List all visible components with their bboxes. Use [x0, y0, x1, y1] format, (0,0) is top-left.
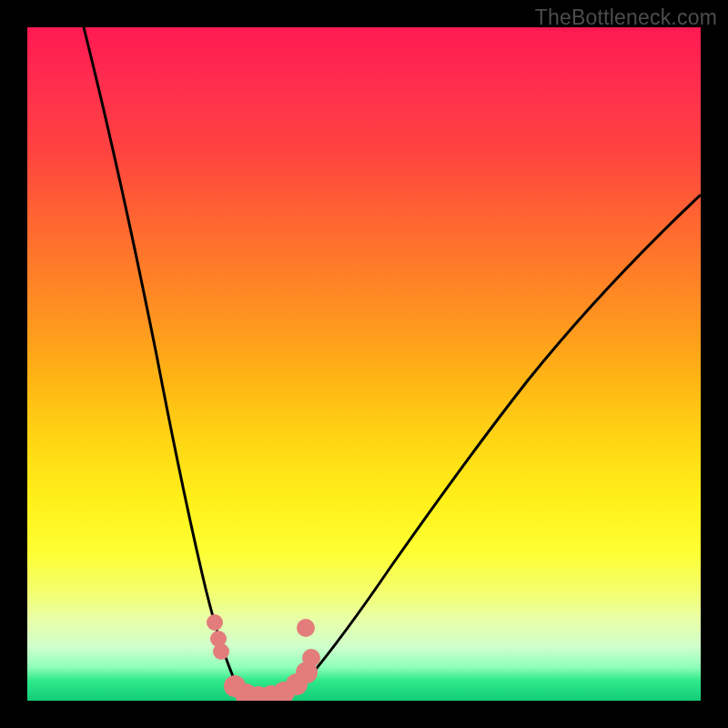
trough-marker-group: [207, 614, 320, 701]
right-curve: [257, 195, 701, 700]
plot-area: [27, 27, 701, 701]
left-curve: [84, 27, 257, 700]
marker-dot: [297, 619, 315, 637]
watermark-text: TheBottleneck.com: [535, 5, 717, 30]
marker-dot: [207, 614, 223, 631]
curves-layer: [27, 27, 701, 701]
marker-dot: [302, 649, 320, 667]
marker-dot: [213, 643, 229, 660]
chart-frame: TheBottleneck.com: [0, 0, 728, 728]
